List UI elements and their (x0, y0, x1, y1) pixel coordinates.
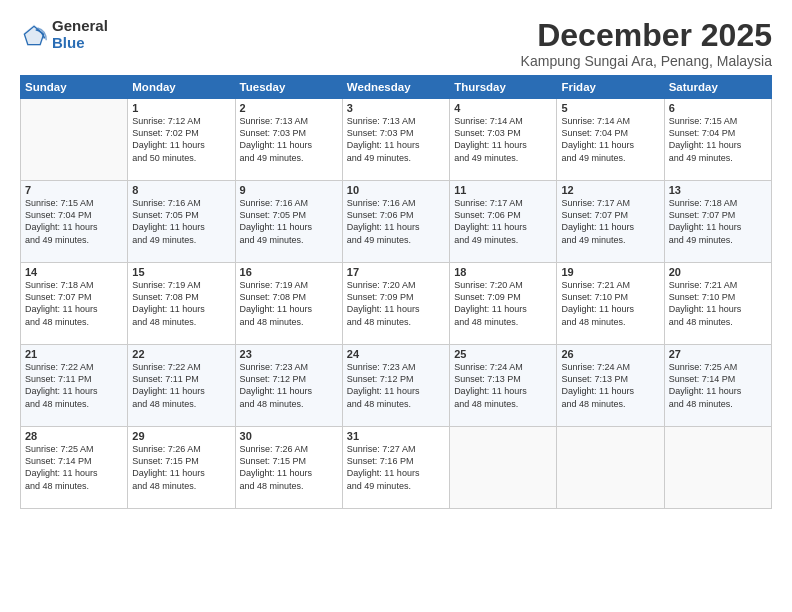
day-number: 20 (669, 266, 767, 278)
day-number: 12 (561, 184, 659, 196)
day-cell: 17Sunrise: 7:20 AM Sunset: 7:09 PM Dayli… (342, 263, 449, 345)
day-cell: 5Sunrise: 7:14 AM Sunset: 7:04 PM Daylig… (557, 99, 664, 181)
day-info: Sunrise: 7:25 AM Sunset: 7:14 PM Dayligh… (25, 443, 123, 492)
day-info: Sunrise: 7:20 AM Sunset: 7:09 PM Dayligh… (454, 279, 552, 328)
day-cell: 6Sunrise: 7:15 AM Sunset: 7:04 PM Daylig… (664, 99, 771, 181)
week-row-3: 14Sunrise: 7:18 AM Sunset: 7:07 PM Dayli… (21, 263, 772, 345)
day-number: 10 (347, 184, 445, 196)
day-cell: 9Sunrise: 7:16 AM Sunset: 7:05 PM Daylig… (235, 181, 342, 263)
day-info: Sunrise: 7:24 AM Sunset: 7:13 PM Dayligh… (561, 361, 659, 410)
day-info: Sunrise: 7:23 AM Sunset: 7:12 PM Dayligh… (240, 361, 338, 410)
day-number: 17 (347, 266, 445, 278)
day-cell: 7Sunrise: 7:15 AM Sunset: 7:04 PM Daylig… (21, 181, 128, 263)
day-info: Sunrise: 7:15 AM Sunset: 7:04 PM Dayligh… (669, 115, 767, 164)
day-cell: 12Sunrise: 7:17 AM Sunset: 7:07 PM Dayli… (557, 181, 664, 263)
day-info: Sunrise: 7:22 AM Sunset: 7:11 PM Dayligh… (25, 361, 123, 410)
day-info: Sunrise: 7:18 AM Sunset: 7:07 PM Dayligh… (25, 279, 123, 328)
day-cell: 11Sunrise: 7:17 AM Sunset: 7:06 PM Dayli… (450, 181, 557, 263)
day-info: Sunrise: 7:25 AM Sunset: 7:14 PM Dayligh… (669, 361, 767, 410)
day-number: 8 (132, 184, 230, 196)
day-number: 1 (132, 102, 230, 114)
day-info: Sunrise: 7:13 AM Sunset: 7:03 PM Dayligh… (240, 115, 338, 164)
week-row-1: 1Sunrise: 7:12 AM Sunset: 7:02 PM Daylig… (21, 99, 772, 181)
day-cell: 27Sunrise: 7:25 AM Sunset: 7:14 PM Dayli… (664, 345, 771, 427)
day-info: Sunrise: 7:14 AM Sunset: 7:03 PM Dayligh… (454, 115, 552, 164)
day-number: 26 (561, 348, 659, 360)
day-cell: 13Sunrise: 7:18 AM Sunset: 7:07 PM Dayli… (664, 181, 771, 263)
logo-text: General Blue (52, 18, 108, 51)
day-number: 31 (347, 430, 445, 442)
day-cell: 28Sunrise: 7:25 AM Sunset: 7:14 PM Dayli… (21, 427, 128, 509)
week-row-2: 7Sunrise: 7:15 AM Sunset: 7:04 PM Daylig… (21, 181, 772, 263)
day-info: Sunrise: 7:13 AM Sunset: 7:03 PM Dayligh… (347, 115, 445, 164)
day-info: Sunrise: 7:14 AM Sunset: 7:04 PM Dayligh… (561, 115, 659, 164)
header-row: Sunday Monday Tuesday Wednesday Thursday… (21, 76, 772, 99)
day-cell: 24Sunrise: 7:23 AM Sunset: 7:12 PM Dayli… (342, 345, 449, 427)
day-info: Sunrise: 7:21 AM Sunset: 7:10 PM Dayligh… (669, 279, 767, 328)
day-cell: 1Sunrise: 7:12 AM Sunset: 7:02 PM Daylig… (128, 99, 235, 181)
day-cell: 8Sunrise: 7:16 AM Sunset: 7:05 PM Daylig… (128, 181, 235, 263)
day-cell (21, 99, 128, 181)
day-info: Sunrise: 7:17 AM Sunset: 7:07 PM Dayligh… (561, 197, 659, 246)
day-number: 6 (669, 102, 767, 114)
day-cell: 4Sunrise: 7:14 AM Sunset: 7:03 PM Daylig… (450, 99, 557, 181)
day-number: 23 (240, 348, 338, 360)
day-info: Sunrise: 7:12 AM Sunset: 7:02 PM Dayligh… (132, 115, 230, 164)
day-number: 14 (25, 266, 123, 278)
day-number: 18 (454, 266, 552, 278)
day-cell: 29Sunrise: 7:26 AM Sunset: 7:15 PM Dayli… (128, 427, 235, 509)
day-cell: 14Sunrise: 7:18 AM Sunset: 7:07 PM Dayli… (21, 263, 128, 345)
calendar-table: Sunday Monday Tuesday Wednesday Thursday… (20, 75, 772, 509)
day-cell (557, 427, 664, 509)
day-number: 29 (132, 430, 230, 442)
day-number: 13 (669, 184, 767, 196)
day-number: 21 (25, 348, 123, 360)
day-number: 19 (561, 266, 659, 278)
calendar-subtitle: Kampung Sungai Ara, Penang, Malaysia (521, 53, 772, 69)
day-info: Sunrise: 7:21 AM Sunset: 7:10 PM Dayligh… (561, 279, 659, 328)
day-number: 4 (454, 102, 552, 114)
title-block: December 2025 Kampung Sungai Ara, Penang… (521, 18, 772, 69)
logo: General Blue (20, 18, 108, 51)
day-number: 15 (132, 266, 230, 278)
col-thursday: Thursday (450, 76, 557, 99)
day-number: 30 (240, 430, 338, 442)
day-info: Sunrise: 7:19 AM Sunset: 7:08 PM Dayligh… (132, 279, 230, 328)
day-number: 5 (561, 102, 659, 114)
day-info: Sunrise: 7:18 AM Sunset: 7:07 PM Dayligh… (669, 197, 767, 246)
col-sunday: Sunday (21, 76, 128, 99)
day-number: 25 (454, 348, 552, 360)
day-cell: 26Sunrise: 7:24 AM Sunset: 7:13 PM Dayli… (557, 345, 664, 427)
day-info: Sunrise: 7:16 AM Sunset: 7:05 PM Dayligh… (132, 197, 230, 246)
day-cell: 21Sunrise: 7:22 AM Sunset: 7:11 PM Dayli… (21, 345, 128, 427)
day-cell: 22Sunrise: 7:22 AM Sunset: 7:11 PM Dayli… (128, 345, 235, 427)
day-number: 9 (240, 184, 338, 196)
day-cell: 15Sunrise: 7:19 AM Sunset: 7:08 PM Dayli… (128, 263, 235, 345)
day-info: Sunrise: 7:22 AM Sunset: 7:11 PM Dayligh… (132, 361, 230, 410)
day-info: Sunrise: 7:24 AM Sunset: 7:13 PM Dayligh… (454, 361, 552, 410)
col-saturday: Saturday (664, 76, 771, 99)
day-number: 16 (240, 266, 338, 278)
header: General Blue December 2025 Kampung Sunga… (20, 18, 772, 69)
day-cell: 25Sunrise: 7:24 AM Sunset: 7:13 PM Dayli… (450, 345, 557, 427)
logo-blue-text: Blue (52, 35, 108, 52)
day-cell: 2Sunrise: 7:13 AM Sunset: 7:03 PM Daylig… (235, 99, 342, 181)
day-number: 28 (25, 430, 123, 442)
week-row-5: 28Sunrise: 7:25 AM Sunset: 7:14 PM Dayli… (21, 427, 772, 509)
col-friday: Friday (557, 76, 664, 99)
day-info: Sunrise: 7:26 AM Sunset: 7:15 PM Dayligh… (240, 443, 338, 492)
day-info: Sunrise: 7:15 AM Sunset: 7:04 PM Dayligh… (25, 197, 123, 246)
day-info: Sunrise: 7:23 AM Sunset: 7:12 PM Dayligh… (347, 361, 445, 410)
day-cell: 10Sunrise: 7:16 AM Sunset: 7:06 PM Dayli… (342, 181, 449, 263)
day-info: Sunrise: 7:19 AM Sunset: 7:08 PM Dayligh… (240, 279, 338, 328)
day-info: Sunrise: 7:20 AM Sunset: 7:09 PM Dayligh… (347, 279, 445, 328)
day-info: Sunrise: 7:26 AM Sunset: 7:15 PM Dayligh… (132, 443, 230, 492)
day-info: Sunrise: 7:16 AM Sunset: 7:06 PM Dayligh… (347, 197, 445, 246)
week-row-4: 21Sunrise: 7:22 AM Sunset: 7:11 PM Dayli… (21, 345, 772, 427)
day-cell (450, 427, 557, 509)
day-cell: 23Sunrise: 7:23 AM Sunset: 7:12 PM Dayli… (235, 345, 342, 427)
logo-general-text: General (52, 18, 108, 35)
day-number: 24 (347, 348, 445, 360)
day-number: 11 (454, 184, 552, 196)
day-cell: 30Sunrise: 7:26 AM Sunset: 7:15 PM Dayli… (235, 427, 342, 509)
